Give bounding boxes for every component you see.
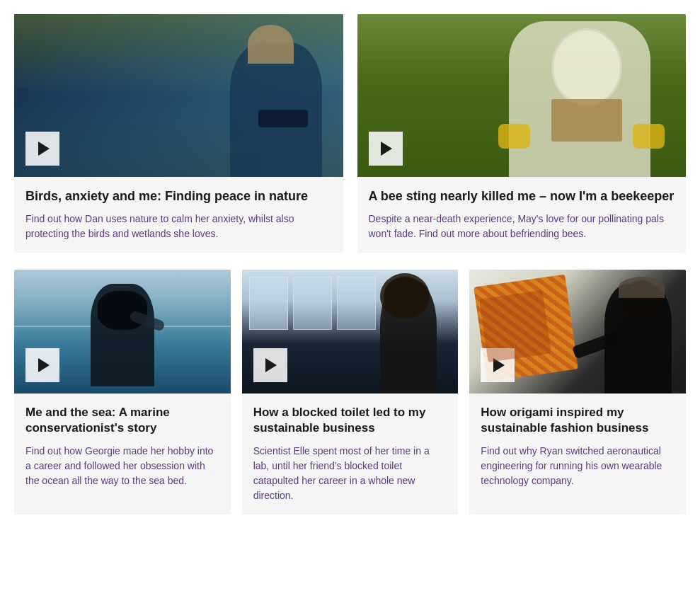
card-toilet-desc: Scientist Elle spent most of her time in…	[253, 444, 447, 503]
card-origami-title: How origami inspired my sustainable fash…	[481, 405, 675, 436]
card-bee-body: A bee sting nearly killed me – now I'm a…	[357, 177, 687, 253]
bottom-row: Me and the sea: A marine conservationist…	[14, 270, 686, 514]
card-toilet-image-wrapper	[242, 270, 459, 394]
play-button-bee[interactable]	[369, 132, 403, 166]
play-triangle-bee	[381, 142, 392, 156]
card-origami-desc: Find out why Ryan switched aeronautical …	[481, 444, 675, 488]
card-sea-image-wrapper	[14, 270, 231, 394]
card-origami: How origami inspired my sustainable fash…	[469, 270, 686, 514]
card-toilet: How a blocked toilet led to my sustainab…	[242, 270, 459, 514]
card-origami-body: How origami inspired my sustainable fash…	[469, 394, 686, 499]
card-toilet-body: How a blocked toilet led to my sustainab…	[242, 394, 459, 514]
play-button-birds[interactable]	[25, 132, 59, 166]
play-triangle-sea	[38, 358, 50, 372]
card-bee-image-wrapper	[357, 14, 687, 177]
card-bee-desc: Despite a near-death experience, May's l…	[369, 212, 675, 241]
card-birds-body: Birds, anxiety and me: Finding peace in …	[14, 177, 343, 253]
play-triangle-toilet	[265, 358, 277, 372]
play-triangle-birds	[38, 142, 50, 156]
card-birds: Birds, anxiety and me: Finding peace in …	[14, 14, 343, 253]
card-sea-desc: Find out how Georgie made her hobby into…	[25, 444, 219, 488]
card-bee: A bee sting nearly killed me – now I'm a…	[357, 14, 687, 253]
top-row: Birds, anxiety and me: Finding peace in …	[14, 14, 686, 253]
card-sea-body: Me and the sea: A marine conservationist…	[14, 394, 231, 499]
card-origami-image-wrapper	[469, 270, 686, 394]
card-sea: Me and the sea: A marine conservationist…	[14, 270, 231, 514]
card-sea-title: Me and the sea: A marine conservationist…	[25, 405, 219, 436]
card-birds-desc: Find out how Dan uses nature to calm her…	[25, 212, 332, 241]
card-bee-title: A bee sting nearly killed me – now I'm a…	[369, 188, 675, 205]
play-button-sea[interactable]	[25, 348, 59, 382]
content-grid: Birds, anxiety and me: Finding peace in …	[14, 14, 686, 515]
card-birds-title: Birds, anxiety and me: Finding peace in …	[25, 188, 332, 205]
play-button-toilet[interactable]	[253, 348, 287, 382]
card-toilet-title: How a blocked toilet led to my sustainab…	[253, 405, 447, 436]
card-birds-image-wrapper	[14, 14, 343, 177]
